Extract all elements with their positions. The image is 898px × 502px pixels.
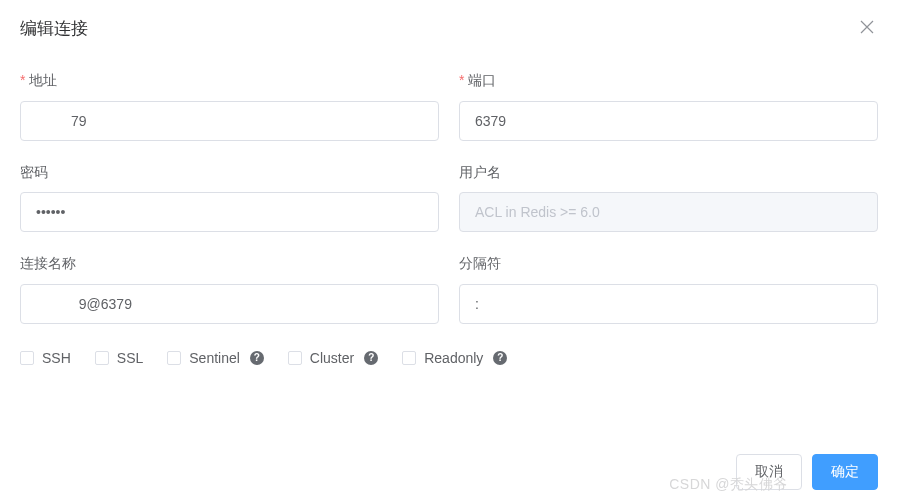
cluster-checkbox-label: Cluster [310, 350, 354, 366]
ssh-checkbox[interactable]: SSH [20, 350, 71, 366]
question-icon[interactable]: ? [493, 351, 507, 365]
dialog-footer: 取消 确定 [736, 454, 878, 490]
password-label: 密码 [20, 163, 439, 183]
ssl-checkbox-label: SSL [117, 350, 143, 366]
cluster-checkbox[interactable]: Cluster ? [288, 350, 378, 366]
checkbox-box-icon [20, 351, 34, 365]
connection-name-label: 连接名称 [20, 254, 439, 274]
address-field-group: 地址 [20, 71, 439, 141]
address-input[interactable] [20, 101, 439, 141]
port-field-group: 端口 [459, 71, 878, 141]
port-label: 端口 [459, 71, 878, 91]
connection-name-input[interactable] [20, 284, 439, 324]
sentinel-checkbox-label: Sentinel [189, 350, 240, 366]
edit-connection-dialog: 编辑连接 地址 端口 密码 用户名 [0, 0, 898, 394]
username-input [459, 192, 878, 232]
dialog-title: 编辑连接 [20, 17, 88, 40]
separator-label: 分隔符 [459, 254, 878, 274]
sentinel-checkbox[interactable]: Sentinel ? [167, 350, 264, 366]
separator-input[interactable] [459, 284, 878, 324]
cancel-button[interactable]: 取消 [736, 454, 802, 490]
readonly-checkbox[interactable]: Readonly ? [402, 350, 507, 366]
username-label: 用户名 [459, 163, 878, 183]
dialog-body: 地址 端口 密码 用户名 连接名称 分隔符 [20, 51, 878, 394]
connection-name-field-group: 连接名称 [20, 254, 439, 324]
close-icon[interactable] [856, 16, 878, 41]
checkbox-box-icon [402, 351, 416, 365]
options-row: SSH SSL Sentinel ? Cluster ? Readonly ? [20, 346, 878, 384]
password-field-group: 密码 [20, 163, 439, 233]
dialog-header: 编辑连接 [20, 16, 878, 51]
separator-field-group: 分隔符 [459, 254, 878, 324]
checkbox-box-icon [95, 351, 109, 365]
ssl-checkbox[interactable]: SSL [95, 350, 143, 366]
checkbox-box-icon [288, 351, 302, 365]
confirm-button[interactable]: 确定 [812, 454, 878, 490]
port-input[interactable] [459, 101, 878, 141]
address-label: 地址 [20, 71, 439, 91]
checkbox-box-icon [167, 351, 181, 365]
username-field-group: 用户名 [459, 163, 878, 233]
password-input[interactable] [20, 192, 439, 232]
question-icon[interactable]: ? [250, 351, 264, 365]
ssh-checkbox-label: SSH [42, 350, 71, 366]
readonly-checkbox-label: Readonly [424, 350, 483, 366]
question-icon[interactable]: ? [364, 351, 378, 365]
